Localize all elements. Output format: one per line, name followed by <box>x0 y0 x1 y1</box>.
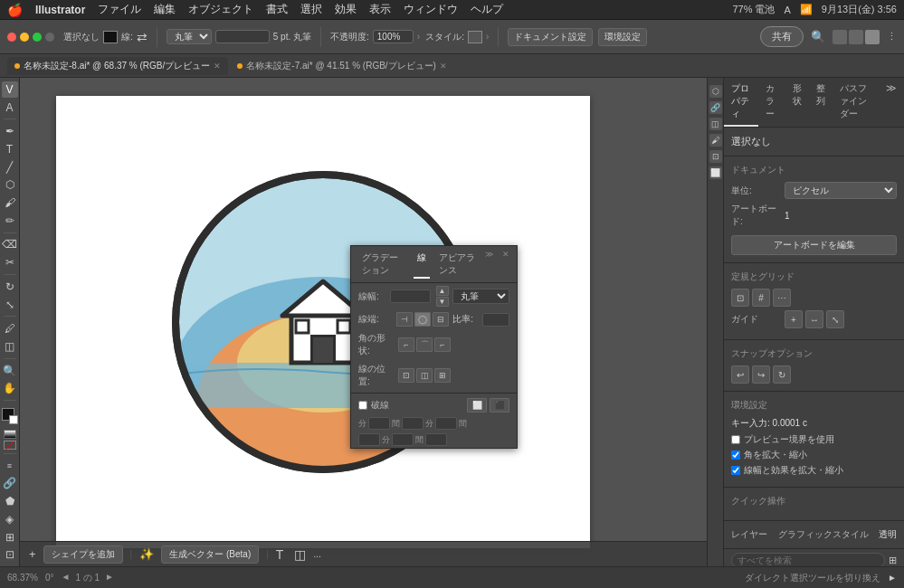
join-round[interactable]: ⌒ <box>416 337 433 352</box>
stroke-tab-gradient[interactable]: グラデーション <box>358 250 408 279</box>
text-tool-bottom-icon[interactable]: T <box>276 547 284 562</box>
corner-checkbox[interactable] <box>731 450 740 460</box>
cap-butt[interactable]: ⊣ <box>396 312 413 327</box>
dash-input-3[interactable] <box>392 433 414 446</box>
gap-input-1[interactable] <box>402 417 423 430</box>
hand-tool[interactable]: ✋ <box>2 380 18 396</box>
guide-icon-2[interactable]: ↔ <box>805 310 823 328</box>
zoom-tool[interactable]: 🔍 <box>2 363 18 379</box>
stroke-width-field[interactable] <box>390 289 431 303</box>
env-settings-btn[interactable]: 環境設定 <box>598 28 647 46</box>
slice-tool[interactable]: ⊡ <box>2 546 18 563</box>
gen-vector-btn[interactable]: 生成ベクター (Beta) <box>161 545 259 564</box>
dash-preset-2[interactable]: ⬛ <box>490 398 509 413</box>
no-fill-icon[interactable] <box>4 441 16 450</box>
pen-tool[interactable]: ✒ <box>2 123 18 139</box>
select-tool[interactable]: V <box>2 81 18 98</box>
stroke-tab-appearance[interactable]: アピアランス <box>435 250 480 279</box>
tab-1[interactable]: 名称未設定-8.ai* @ 68.37 % (RGB/プレビュー ✕ <box>7 57 228 75</box>
dashed-checkbox[interactable] <box>358 401 367 410</box>
menu-help[interactable]: ヘルプ <box>471 2 503 17</box>
tab-2-close[interactable]: ✕ <box>440 62 447 71</box>
gradient-tool[interactable]: ◫ <box>2 338 18 355</box>
menu-effect[interactable]: 効果 <box>335 2 357 17</box>
share-btn[interactable]: 共有 <box>760 26 804 47</box>
tab-1-close[interactable]: ✕ <box>214 62 221 71</box>
tool-hint-arrow[interactable]: ► <box>888 573 897 583</box>
opacity-input[interactable] <box>373 30 414 43</box>
close-window-btn[interactable] <box>7 33 16 42</box>
add-shape-btn[interactable]: シェイプを追加 <box>43 545 123 564</box>
menu-select[interactable]: 選択 <box>300 2 322 17</box>
opacity-arrow[interactable]: › <box>417 32 420 42</box>
layers-filter-icon[interactable]: ⊞ <box>889 555 897 566</box>
gradient-mode-icon[interactable] <box>4 430 16 439</box>
maximize-window-btn[interactable] <box>33 33 42 42</box>
stroke-width-up[interactable]: ▲ <box>436 286 449 296</box>
join-bevel[interactable]: ⌐ <box>434 337 451 352</box>
panel-tab-more[interactable]: ≫ <box>879 78 904 127</box>
panel-tab-pathfinder[interactable]: パスファインダー <box>833 78 880 127</box>
mesh-tool[interactable]: ⊞ <box>2 529 18 545</box>
stroke-width-input[interactable] <box>215 30 270 43</box>
image-icon[interactable]: ◫ <box>709 118 722 130</box>
menu-file[interactable]: ファイル <box>98 2 141 17</box>
pos-outside[interactable]: ⊞ <box>434 368 451 383</box>
stroke-width-down[interactable]: ▼ <box>436 297 449 307</box>
menu-edit[interactable]: 編集 <box>154 2 176 17</box>
panel-tab-align[interactable]: 整列 <box>809 78 833 127</box>
perspective-tool[interactable]: ◈ <box>2 511 18 527</box>
dash-input-2[interactable] <box>435 417 457 430</box>
transform-icon[interactable]: ⬡ <box>709 85 722 98</box>
stroke-select[interactable]: 丸筆 <box>167 29 212 44</box>
rotate-tool[interactable]: ↻ <box>2 279 18 295</box>
tab-2[interactable]: 名称未設定-7.ai* @ 41.51 % (RGB/プレビュー) ✕ <box>230 57 454 75</box>
canvas-area[interactable]: グラデーション 線 アピアランス ≫ ✕ 線幅: ▲ ▼ 丸筆 <box>20 78 723 566</box>
panel-tab-properties[interactable]: プロパティ <box>724 78 758 127</box>
preview-checkbox[interactable] <box>731 435 740 444</box>
scissors-tool[interactable]: ✂ <box>2 254 18 270</box>
swatches-icon[interactable]: ⬜ <box>709 166 722 179</box>
pencil-tool[interactable]: ✏ <box>2 213 18 229</box>
snap-icon-3[interactable]: ↻ <box>773 365 791 384</box>
fill-swatch[interactable] <box>103 31 118 43</box>
layout-icon-2[interactable] <box>849 30 863 44</box>
home-btn[interactable] <box>45 33 54 42</box>
line-tool[interactable]: ╱ <box>2 159 18 175</box>
edit-artboard-btn[interactable]: アートボードを編集 <box>731 235 897 255</box>
image-icon-bottom[interactable]: ◫ <box>294 547 306 562</box>
stroke-tab-line[interactable]: 線 <box>414 250 430 279</box>
panel-tab-color[interactable]: カラー <box>758 78 785 127</box>
menu-object[interactable]: オブジェクト <box>188 2 253 17</box>
layout-icon-1[interactable] <box>833 30 847 44</box>
style-arrow[interactable]: › <box>486 32 489 42</box>
ruler-icon[interactable]: ⊡ <box>731 289 749 307</box>
join-miter[interactable]: ⌐ <box>398 337 414 352</box>
dotgrid-icon[interactable]: ⋯ <box>773 289 791 307</box>
shape-tool[interactable]: ⬡ <box>2 177 18 194</box>
layers-search-input[interactable] <box>731 553 885 566</box>
symbols-icon[interactable]: ⊡ <box>709 150 722 163</box>
snap-icon-1[interactable]: ↩ <box>731 365 749 384</box>
fill-color-swatch[interactable] <box>2 408 18 424</box>
stroke-width-unit[interactable]: 丸筆 <box>452 289 510 304</box>
prev-artboard-btn[interactable]: ◄ <box>61 572 70 584</box>
scale-tool[interactable]: ⤡ <box>2 297 18 313</box>
gap-input-3[interactable] <box>425 433 447 446</box>
pos-center[interactable]: ⊡ <box>398 368 414 383</box>
stroke-panel-close[interactable]: ✕ <box>502 250 509 279</box>
stroke-ratio-input[interactable] <box>482 313 509 327</box>
grid-icon[interactable]: # <box>752 289 770 307</box>
gap-input-2[interactable] <box>358 433 380 446</box>
more-btn[interactable]: ... <box>313 549 320 559</box>
snap-icon-2[interactable]: ↪ <box>752 365 770 384</box>
apple-icon[interactable]: 🍎 <box>7 3 23 17</box>
guide-icon-3[interactable]: ⤡ <box>826 310 844 328</box>
link-panel-icon[interactable]: 🔗 <box>709 101 722 114</box>
next-artboard-btn[interactable]: ► <box>105 572 114 584</box>
app-name[interactable]: Illustrator <box>35 4 85 16</box>
eyedropper-tool[interactable]: 🖊 <box>2 320 18 337</box>
properties-panel-icon[interactable]: ≡ <box>2 458 18 474</box>
menu-window[interactable]: ウィンドウ <box>404 2 458 17</box>
guide-icon-1[interactable]: + <box>785 310 803 328</box>
